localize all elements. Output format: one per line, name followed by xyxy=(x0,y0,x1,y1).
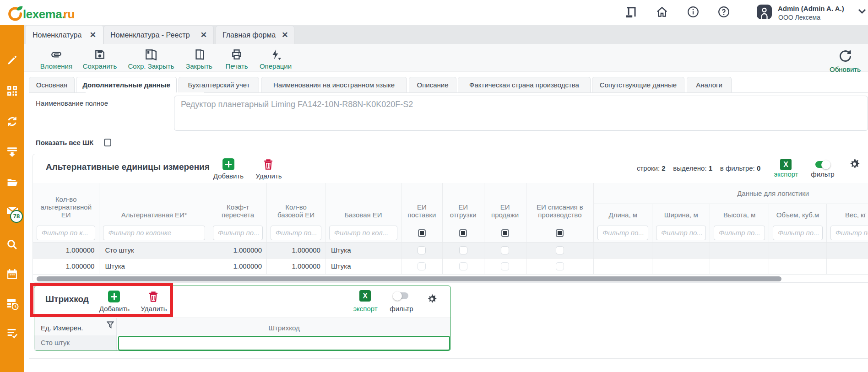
svg-text:ru: ru xyxy=(63,7,75,21)
svg-text:lexema.: lexema. xyxy=(23,7,65,21)
